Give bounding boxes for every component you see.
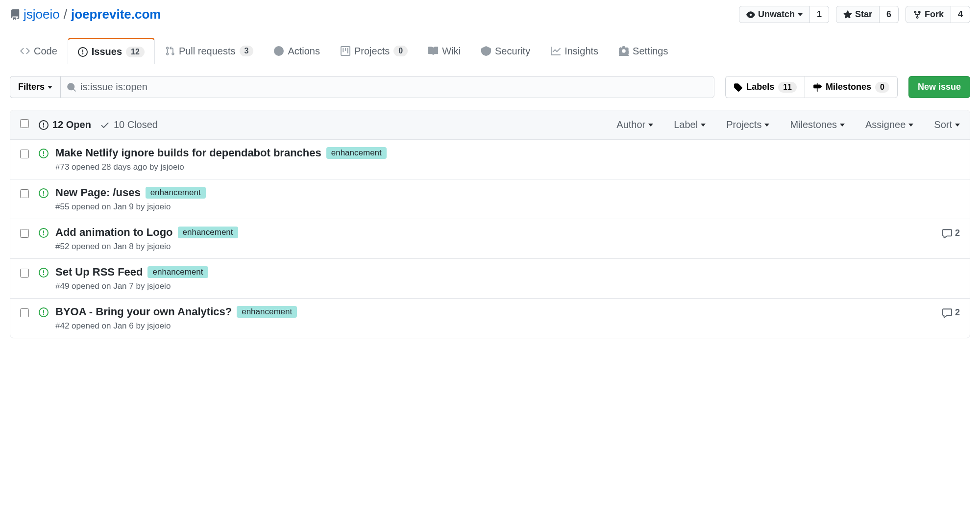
- tab-settings-label: Settings: [633, 46, 668, 57]
- tab-pulls[interactable]: Pull requests 3: [155, 38, 264, 64]
- gear-icon: [619, 46, 629, 56]
- issue-title[interactable]: Add animation to Logo: [55, 226, 173, 239]
- filter-label: Milestones: [790, 119, 837, 130]
- tab-issues-count: 12: [126, 47, 145, 57]
- star-label: Star: [855, 9, 872, 20]
- tab-insights[interactable]: Insights: [540, 38, 609, 64]
- comment-icon: [942, 228, 952, 238]
- issue-open-icon: [39, 147, 49, 158]
- label-badge[interactable]: enhancement: [178, 227, 238, 238]
- comment-count: 2: [955, 307, 960, 318]
- issue-icon: [78, 47, 88, 57]
- issue-title[interactable]: Make Netlify ignore builds for dependabo…: [55, 147, 321, 159]
- caret-down-icon: [48, 86, 52, 89]
- tag-icon: [734, 83, 742, 92]
- fork-count[interactable]: 4: [951, 6, 970, 23]
- tab-projects-label: Projects: [354, 46, 390, 57]
- issue-row: New Page: /uses enhancement #55 opened o…: [10, 179, 970, 219]
- tab-projects-count: 0: [393, 46, 408, 56]
- filters-button[interactable]: Filters: [10, 76, 60, 98]
- eye-icon: [746, 10, 755, 19]
- issue-meta: #73 opened 28 days ago by jsjoeio: [55, 162, 960, 172]
- tab-actions-label: Actions: [288, 46, 320, 57]
- filter-label[interactable]: Label: [674, 119, 706, 130]
- tab-security[interactable]: Security: [471, 38, 540, 64]
- issue-meta: #52 opened on Jan 8 by jsjoeio: [55, 242, 942, 252]
- tab-code-label: Code: [34, 46, 57, 57]
- issue-row: Make Netlify ignore builds for dependabo…: [10, 140, 970, 179]
- issue-checkbox[interactable]: [20, 308, 29, 317]
- star-count[interactable]: 6: [880, 6, 899, 23]
- milestones-label: Milestones: [826, 82, 871, 92]
- unwatch-button[interactable]: Unwatch: [739, 6, 810, 23]
- filter-author[interactable]: Author: [616, 119, 653, 130]
- comment-count: 2: [955, 228, 960, 238]
- repo-icon: [10, 9, 21, 20]
- tab-pulls-count: 3: [240, 46, 254, 56]
- open-filter[interactable]: 12 Open: [39, 119, 91, 130]
- filter-label: Assignee: [865, 119, 906, 130]
- issue-title[interactable]: Set Up RSS Feed: [55, 266, 143, 279]
- tab-projects[interactable]: Projects 0: [330, 38, 418, 64]
- book-icon: [428, 46, 438, 56]
- filter-label: Projects: [726, 119, 761, 130]
- labels-button[interactable]: Labels 11: [725, 76, 805, 98]
- watch-count[interactable]: 1: [810, 6, 829, 23]
- milestone-icon: [813, 83, 822, 92]
- fork-group: Fork 4: [906, 6, 970, 23]
- tab-wiki-label: Wiki: [442, 46, 461, 57]
- label-badge[interactable]: enhancement: [146, 187, 206, 199]
- repo-owner-link[interactable]: jsjoeio: [24, 7, 60, 22]
- tab-code[interactable]: Code: [10, 38, 68, 64]
- issue-checkbox[interactable]: [20, 269, 29, 278]
- filter-assignee[interactable]: Assignee: [865, 119, 913, 130]
- closed-count-label: 10 Closed: [114, 119, 158, 130]
- graph-icon: [551, 46, 561, 56]
- issue-meta: #49 opened on Jan 7 by jsjoeio: [55, 281, 960, 291]
- repo-name-link[interactable]: joeprevite.com: [71, 7, 161, 22]
- labels-label: Labels: [746, 82, 774, 92]
- caret-down-icon: [955, 124, 960, 127]
- filter-milestones[interactable]: Milestones: [790, 119, 845, 130]
- caret-down-icon: [648, 124, 653, 127]
- label-badge[interactable]: enhancement: [237, 306, 297, 318]
- milestones-button[interactable]: Milestones 0: [805, 76, 898, 98]
- star-button[interactable]: Star: [836, 6, 880, 23]
- issue-comments[interactable]: 2: [942, 226, 960, 238]
- star-group: Star 6: [836, 6, 899, 23]
- select-all-checkbox[interactable]: [20, 119, 29, 128]
- code-icon: [20, 46, 30, 56]
- tab-actions[interactable]: Actions: [264, 38, 330, 64]
- filter-projects[interactable]: Projects: [726, 119, 769, 130]
- filter-label: Label: [674, 119, 698, 130]
- issue-meta: #42 opened on Jan 6 by jsjoeio: [55, 321, 942, 331]
- new-issue-button[interactable]: New issue: [908, 76, 970, 98]
- label-badge[interactable]: enhancement: [326, 147, 387, 159]
- issue-row: Set Up RSS Feed enhancement #49 opened o…: [10, 259, 970, 299]
- issue-checkbox[interactable]: [20, 229, 29, 238]
- closed-filter[interactable]: 10 Closed: [100, 119, 158, 130]
- issue-checkbox[interactable]: [20, 150, 29, 158]
- issue-comments[interactable]: 2: [942, 305, 960, 318]
- issue-meta: #55 opened on Jan 9 by jsjoeio: [55, 202, 960, 212]
- tab-settings[interactable]: Settings: [609, 38, 678, 64]
- search-wrap[interactable]: [60, 76, 714, 98]
- issue-title[interactable]: BYOA - Bring your own Analytics?: [55, 305, 232, 318]
- issue-checkbox[interactable]: [20, 189, 29, 198]
- tab-issues[interactable]: Issues 12: [68, 38, 155, 64]
- issue-title[interactable]: New Page: /uses: [55, 186, 141, 199]
- filter-label: Sort: [934, 119, 952, 130]
- play-icon: [274, 46, 284, 56]
- caret-down-icon: [840, 124, 845, 127]
- label-badge[interactable]: enhancement: [147, 266, 208, 278]
- search-input[interactable]: [76, 76, 708, 98]
- shield-icon: [481, 46, 491, 56]
- comment-icon: [942, 308, 952, 318]
- issue-open-icon: [39, 266, 49, 278]
- tab-wiki[interactable]: Wiki: [418, 38, 471, 64]
- filter-sort[interactable]: Sort: [934, 119, 960, 130]
- issue-open-icon: [39, 186, 49, 198]
- tab-pulls-label: Pull requests: [179, 46, 236, 57]
- fork-label: Fork: [925, 9, 944, 20]
- fork-button[interactable]: Fork: [906, 6, 951, 23]
